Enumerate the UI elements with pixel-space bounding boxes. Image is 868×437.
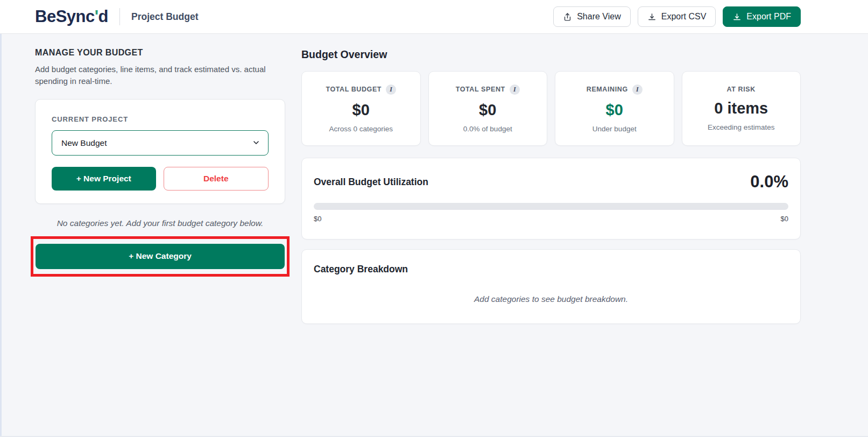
- utilization-title: Overall Budget Utilization: [314, 177, 428, 188]
- utilization-percent: 0.0%: [750, 172, 788, 192]
- stat-subtext: Exceeding estimates: [708, 123, 775, 131]
- share-icon: [563, 12, 572, 22]
- stat-value: $0: [606, 101, 623, 119]
- info-badge-icon[interactable]: I: [386, 84, 396, 95]
- no-categories-note: No categories yet. Add your first budget…: [35, 219, 285, 228]
- project-select-wrap: New Budget: [52, 130, 269, 156]
- stat-label: TOTAL SPENT: [456, 86, 505, 93]
- export-csv-button[interactable]: Export CSV: [638, 6, 716, 27]
- current-project-card: CURRENT PROJECT New Budget + New Project…: [35, 99, 285, 204]
- stats-row: TOTAL BUDGET I $0 Across 0 categories TO…: [301, 71, 801, 146]
- info-badge-icon[interactable]: I: [510, 84, 520, 95]
- sidebar-description: Add budget categories, line items, and t…: [35, 64, 285, 87]
- logo-text-prefix: BeSync: [35, 7, 95, 26]
- stat-label-row: REMAINING I: [587, 84, 643, 95]
- stat-subtext: Under budget: [592, 125, 637, 133]
- category-breakdown-title: Category Breakdown: [314, 264, 788, 275]
- share-view-button[interactable]: Share View: [553, 6, 631, 27]
- stat-label-row: TOTAL SPENT I: [456, 84, 520, 95]
- logo-text-suffix: d: [98, 7, 108, 26]
- stat-label: REMAINING: [587, 86, 628, 93]
- header-actions: Share View Export CSV Export PDF: [553, 6, 801, 27]
- export-csv-label: Export CSV: [661, 12, 707, 22]
- project-buttons-row: + New Project Delete: [52, 167, 269, 191]
- logo-apostrophe: ': [95, 7, 98, 26]
- stat-subtext: Across 0 categories: [329, 125, 393, 133]
- overview-heading: Budget Overview: [301, 48, 801, 61]
- budget-sidebar: MANAGE YOUR BUDGET Add budget categories…: [35, 48, 285, 324]
- utilization-panel: Overall Budget Utilization 0.0% $0 $0: [301, 158, 801, 239]
- stat-card-remaining: REMAINING I $0 Under budget: [555, 71, 674, 146]
- budget-overview-section: Budget Overview TOTAL BUDGET I $0 Across…: [301, 48, 801, 324]
- export-pdf-button[interactable]: Export PDF: [723, 6, 801, 27]
- utilization-range-row: $0 $0: [314, 215, 788, 223]
- header-divider: [119, 8, 120, 25]
- main-content: MANAGE YOUR BUDGET Add budget categories…: [0, 34, 868, 324]
- export-pdf-label: Export PDF: [746, 12, 791, 22]
- top-bar: BeSync'd Project Budget Share View Expor…: [0, 0, 868, 34]
- sidebar-heading: MANAGE YOUR BUDGET: [35, 48, 285, 58]
- stat-value: $0: [352, 101, 370, 119]
- stat-subtext: 0.0% of budget: [463, 125, 512, 133]
- new-category-button[interactable]: + New Category: [36, 244, 285, 269]
- category-breakdown-panel: Category Breakdown Add categories to see…: [301, 249, 801, 324]
- window-left-edge: [0, 34, 2, 437]
- project-select[interactable]: New Budget: [52, 130, 269, 156]
- delete-project-button[interactable]: Delete: [164, 167, 269, 191]
- stat-label: TOTAL BUDGET: [326, 86, 382, 93]
- stat-label: AT RISK: [727, 86, 756, 93]
- highlight-annotation-box: + New Category: [31, 236, 290, 277]
- new-project-button[interactable]: + New Project: [52, 167, 156, 191]
- stat-label-row: AT RISK: [727, 86, 756, 93]
- download-icon: [647, 12, 657, 22]
- stat-value: 0 items: [714, 100, 768, 117]
- utilization-min: $0: [314, 215, 321, 223]
- utilization-header: Overall Budget Utilization 0.0%: [314, 172, 788, 192]
- app-logo: BeSync'd: [35, 7, 108, 26]
- share-view-label: Share View: [577, 12, 621, 22]
- stat-card-at-risk: AT RISK 0 items Exceeding estimates: [682, 71, 801, 146]
- stat-label-row: TOTAL BUDGET I: [326, 84, 396, 95]
- info-badge-icon[interactable]: I: [632, 84, 643, 95]
- utilization-max: $0: [781, 215, 788, 223]
- stat-card-total-budget: TOTAL BUDGET I $0 Across 0 categories: [301, 71, 421, 146]
- download-icon: [732, 12, 742, 22]
- page-title: Project Budget: [131, 11, 198, 23]
- stat-value: $0: [479, 101, 496, 119]
- stat-card-total-spent: TOTAL SPENT I $0 0.0% of budget: [428, 71, 548, 146]
- utilization-progress-track: [314, 203, 788, 210]
- current-project-label: CURRENT PROJECT: [52, 115, 269, 123]
- category-breakdown-empty-message: Add categories to see budget breakdown.: [314, 294, 788, 304]
